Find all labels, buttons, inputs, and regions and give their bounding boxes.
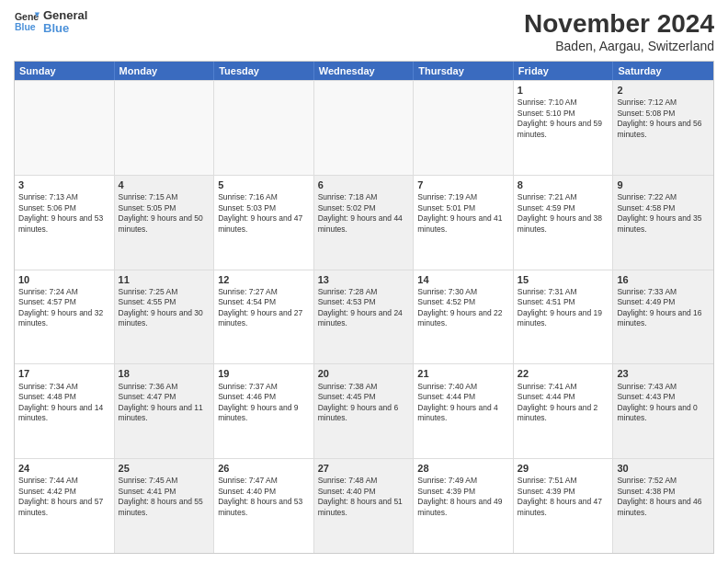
- cell-info: Sunrise: 7:38 AM Sunset: 4:45 PM Dayligh…: [318, 382, 410, 424]
- calendar-row-4: 17Sunrise: 7:34 AM Sunset: 4:48 PM Dayli…: [15, 363, 713, 458]
- cell-info: Sunrise: 7:44 AM Sunset: 4:42 PM Dayligh…: [18, 476, 110, 518]
- cell-info: Sunrise: 7:36 AM Sunset: 4:47 PM Dayligh…: [119, 382, 210, 424]
- cell-info: Sunrise: 7:47 AM Sunset: 4:40 PM Dayligh…: [218, 476, 310, 518]
- cell-info: Sunrise: 7:52 AM Sunset: 4:38 PM Dayligh…: [617, 476, 710, 518]
- calendar-cell: 16Sunrise: 7:33 AM Sunset: 4:49 PM Dayli…: [613, 270, 713, 364]
- header-sunday: Sunday: [15, 62, 115, 80]
- calendar-cell: 13Sunrise: 7:28 AM Sunset: 4:53 PM Dayli…: [314, 270, 415, 364]
- calendar-cell: 25Sunrise: 7:45 AM Sunset: 4:41 PM Dayli…: [115, 459, 215, 553]
- calendar-cell: [15, 81, 115, 175]
- day-number: 5: [218, 178, 310, 191]
- cell-info: Sunrise: 7:34 AM Sunset: 4:48 PM Dayligh…: [18, 382, 110, 424]
- header: General Blue General Blue November 2024 …: [14, 9, 714, 53]
- day-number: 11: [119, 273, 210, 286]
- day-number: 9: [617, 178, 710, 191]
- calendar-cell: [115, 81, 215, 175]
- calendar-cell: 2Sunrise: 7:12 AM Sunset: 5:08 PM Daylig…: [613, 81, 713, 175]
- calendar-row-5: 24Sunrise: 7:44 AM Sunset: 4:42 PM Dayli…: [15, 458, 713, 553]
- cell-info: Sunrise: 7:15 AM Sunset: 5:05 PM Dayligh…: [119, 192, 210, 235]
- cell-info: Sunrise: 7:16 AM Sunset: 5:03 PM Dayligh…: [218, 192, 310, 235]
- cell-info: Sunrise: 7:49 AM Sunset: 4:39 PM Dayligh…: [417, 476, 509, 518]
- day-number: 1: [518, 84, 609, 97]
- calendar-cell: 22Sunrise: 7:41 AM Sunset: 4:44 PM Dayli…: [514, 364, 614, 458]
- header-monday: Monday: [115, 62, 215, 80]
- cell-info: Sunrise: 7:33 AM Sunset: 4:49 PM Dayligh…: [617, 287, 710, 329]
- header-thursday: Thursday: [414, 62, 514, 80]
- day-number: 6: [318, 178, 410, 191]
- calendar-cell: 11Sunrise: 7:25 AM Sunset: 4:55 PM Dayli…: [115, 270, 215, 364]
- calendar-cell: 27Sunrise: 7:48 AM Sunset: 4:40 PM Dayli…: [314, 459, 415, 553]
- calendar-cell: [414, 81, 514, 175]
- day-number: 30: [617, 462, 710, 475]
- calendar-cell: 6Sunrise: 7:18 AM Sunset: 5:02 PM Daylig…: [314, 176, 415, 270]
- calendar-cell: 18Sunrise: 7:36 AM Sunset: 4:47 PM Dayli…: [115, 364, 215, 458]
- cell-info: Sunrise: 7:43 AM Sunset: 4:43 PM Dayligh…: [617, 382, 710, 424]
- calendar-row-2: 3Sunrise: 7:13 AM Sunset: 5:06 PM Daylig…: [15, 175, 713, 270]
- calendar-cell: 21Sunrise: 7:40 AM Sunset: 4:44 PM Dayli…: [414, 364, 514, 458]
- calendar-cell: 24Sunrise: 7:44 AM Sunset: 4:42 PM Dayli…: [15, 459, 115, 553]
- calendar-cell: 19Sunrise: 7:37 AM Sunset: 4:46 PM Dayli…: [214, 364, 314, 458]
- calendar-row-1: 1Sunrise: 7:10 AM Sunset: 5:10 PM Daylig…: [15, 80, 713, 175]
- day-number: 14: [417, 273, 509, 286]
- calendar-body: 1Sunrise: 7:10 AM Sunset: 5:10 PM Daylig…: [15, 80, 713, 553]
- header-friday: Friday: [514, 62, 614, 80]
- day-number: 7: [417, 178, 509, 191]
- cell-info: Sunrise: 7:37 AM Sunset: 4:46 PM Dayligh…: [218, 382, 310, 424]
- day-number: 17: [18, 367, 110, 380]
- calendar-cell: 4Sunrise: 7:15 AM Sunset: 5:05 PM Daylig…: [115, 176, 215, 270]
- cell-info: Sunrise: 7:40 AM Sunset: 4:44 PM Dayligh…: [417, 382, 509, 424]
- day-number: 3: [18, 178, 110, 191]
- header-saturday: Saturday: [613, 62, 713, 80]
- day-number: 29: [518, 462, 609, 475]
- calendar-row-3: 10Sunrise: 7:24 AM Sunset: 4:57 PM Dayli…: [15, 270, 713, 364]
- day-number: 21: [417, 367, 509, 380]
- day-number: 16: [617, 273, 710, 286]
- day-number: 15: [518, 273, 609, 286]
- day-number: 20: [318, 367, 410, 380]
- cell-info: Sunrise: 7:12 AM Sunset: 5:08 PM Dayligh…: [617, 98, 710, 140]
- day-number: 27: [318, 462, 410, 475]
- calendar-cell: 30Sunrise: 7:52 AM Sunset: 4:38 PM Dayli…: [613, 459, 713, 553]
- calendar-cell: 8Sunrise: 7:21 AM Sunset: 4:59 PM Daylig…: [514, 176, 614, 270]
- cell-info: Sunrise: 7:22 AM Sunset: 4:58 PM Dayligh…: [617, 192, 710, 235]
- calendar-cell: 23Sunrise: 7:43 AM Sunset: 4:43 PM Dayli…: [613, 364, 713, 458]
- day-number: 28: [417, 462, 509, 475]
- calendar-cell: [314, 81, 415, 175]
- title-block: November 2024 Baden, Aargau, Switzerland: [524, 9, 714, 53]
- page-subtitle: Baden, Aargau, Switzerland: [524, 39, 714, 53]
- calendar-cell: 17Sunrise: 7:34 AM Sunset: 4:48 PM Dayli…: [15, 364, 115, 458]
- cell-info: Sunrise: 7:45 AM Sunset: 4:41 PM Dayligh…: [119, 476, 210, 518]
- calendar: Sunday Monday Tuesday Wednesday Thursday…: [14, 61, 714, 554]
- calendar-cell: 12Sunrise: 7:27 AM Sunset: 4:54 PM Dayli…: [214, 270, 314, 364]
- day-number: 2: [617, 84, 710, 97]
- cell-info: Sunrise: 7:18 AM Sunset: 5:02 PM Dayligh…: [318, 192, 410, 235]
- calendar-cell: 3Sunrise: 7:13 AM Sunset: 5:06 PM Daylig…: [15, 176, 115, 270]
- cell-info: Sunrise: 7:10 AM Sunset: 5:10 PM Dayligh…: [518, 98, 609, 140]
- calendar-cell: 1Sunrise: 7:10 AM Sunset: 5:10 PM Daylig…: [514, 81, 614, 175]
- day-number: 22: [518, 367, 609, 380]
- cell-info: Sunrise: 7:31 AM Sunset: 4:51 PM Dayligh…: [518, 287, 609, 329]
- calendar-cell: 5Sunrise: 7:16 AM Sunset: 5:03 PM Daylig…: [214, 176, 314, 270]
- calendar-cell: 9Sunrise: 7:22 AM Sunset: 4:58 PM Daylig…: [613, 176, 713, 270]
- header-wednesday: Wednesday: [314, 62, 415, 80]
- page: General Blue General Blue November 2024 …: [0, 0, 728, 563]
- day-number: 4: [119, 178, 210, 191]
- day-number: 13: [318, 273, 410, 286]
- calendar-cell: 14Sunrise: 7:30 AM Sunset: 4:52 PM Dayli…: [414, 270, 514, 364]
- calendar-cell: 29Sunrise: 7:51 AM Sunset: 4:39 PM Dayli…: [514, 459, 614, 553]
- cell-info: Sunrise: 7:27 AM Sunset: 4:54 PM Dayligh…: [218, 287, 310, 329]
- cell-info: Sunrise: 7:28 AM Sunset: 4:53 PM Dayligh…: [318, 287, 410, 329]
- cell-info: Sunrise: 7:25 AM Sunset: 4:55 PM Dayligh…: [119, 287, 210, 329]
- cell-info: Sunrise: 7:30 AM Sunset: 4:52 PM Dayligh…: [417, 287, 509, 329]
- cell-info: Sunrise: 7:19 AM Sunset: 5:01 PM Dayligh…: [417, 192, 509, 235]
- calendar-cell: 10Sunrise: 7:24 AM Sunset: 4:57 PM Dayli…: [15, 270, 115, 364]
- day-number: 26: [218, 462, 310, 475]
- calendar-cell: [214, 81, 314, 175]
- page-title: November 2024: [524, 9, 714, 39]
- day-number: 19: [218, 367, 310, 380]
- day-number: 10: [18, 273, 110, 286]
- calendar-header: Sunday Monday Tuesday Wednesday Thursday…: [15, 62, 713, 80]
- day-number: 24: [18, 462, 110, 475]
- day-number: 18: [119, 367, 210, 380]
- cell-info: Sunrise: 7:41 AM Sunset: 4:44 PM Dayligh…: [518, 382, 609, 424]
